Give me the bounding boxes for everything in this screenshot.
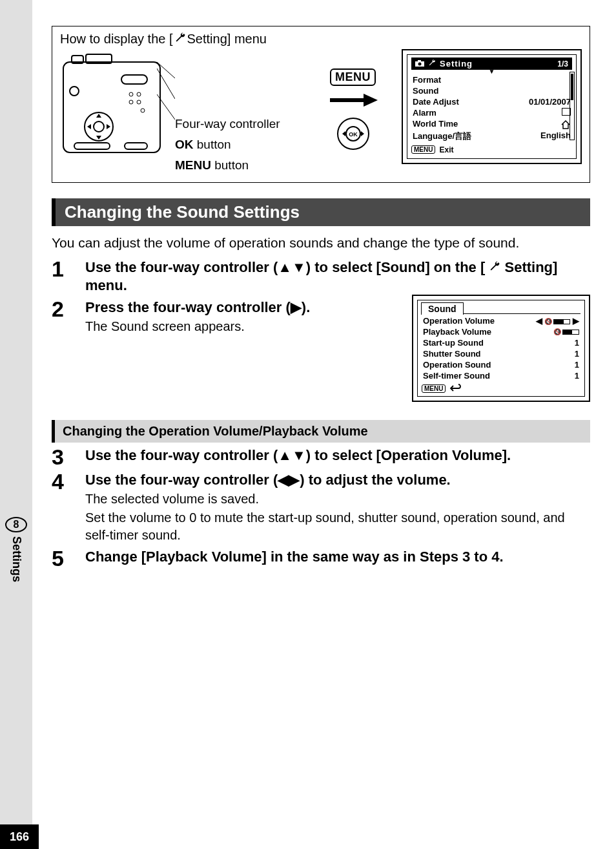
section-heading: Changing the Sound Settings — [52, 198, 590, 226]
sound-row: Operation Sound1 — [422, 359, 580, 370]
how-to-display-box: How to display the [ Setting] menu — [52, 26, 590, 183]
svg-point-8 — [129, 100, 133, 104]
menu-button-label: MENU button — [175, 155, 304, 176]
svg-point-7 — [137, 92, 141, 96]
step-number: 4 — [52, 471, 72, 544]
svg-rect-12 — [74, 143, 110, 149]
sound-row: Shutter Sound1 — [422, 348, 580, 359]
step-number: 1 — [52, 258, 72, 295]
step-2-subtext: The Sound screen appears. — [85, 318, 403, 335]
step-4-subtext-2: Set the volume to 0 to mute the start-up… — [85, 509, 590, 544]
step-number: 5 — [52, 548, 72, 569]
step-2-heading: Press the four-way controller (▶). — [85, 299, 403, 317]
lcd-row: World Time — [411, 118, 572, 130]
lcd-page-indicator: 1/3 — [557, 59, 568, 68]
flow-column: MENU OK — [316, 49, 390, 151]
step-3: 3 Use the four-way controller (▲▼) to se… — [52, 446, 590, 467]
svg-point-6 — [129, 92, 133, 96]
sound-row: Operation Volume ◀ 🔇 ▶ — [422, 315, 580, 326]
sub-heading: Changing the Operation Volume/Playback V… — [52, 420, 590, 443]
wrench-icon — [428, 59, 436, 68]
chapter-label: Settings — [10, 536, 23, 582]
step-4: 4 Use the four-way controller (◀▶) to ad… — [52, 471, 590, 544]
four-way-controller-label: Four-way controller — [175, 114, 304, 134]
sound-footer: MENU — [422, 384, 580, 393]
intro-paragraph: You can adjust the volume of operation s… — [52, 234, 590, 252]
arrow-icon — [327, 92, 379, 110]
back-arrow-icon — [449, 384, 461, 393]
lcd-exit-label: Exit — [439, 145, 453, 154]
lcd-row: Format — [411, 74, 572, 85]
ok-dpad-icon: OK — [336, 117, 370, 151]
svg-point-4 — [94, 121, 104, 132]
how-to-display-title: How to display the [ Setting] menu — [60, 32, 582, 47]
step-4-heading: Use the four-way controller (◀▶) to adju… — [85, 471, 590, 489]
svg-rect-22 — [418, 60, 421, 62]
lcd-row: Date Adjust01/01/2007 — [411, 96, 572, 107]
lcd-row: Alarm — [411, 107, 572, 118]
ok-button-label: OK button — [175, 134, 304, 155]
svg-rect-5 — [121, 75, 147, 84]
lcd-footer: MENU Exit — [411, 145, 572, 154]
lcd-title: Setting — [440, 59, 553, 68]
svg-rect-13 — [125, 143, 147, 149]
camera-icon — [415, 59, 424, 68]
sound-row: Playback Volume 🔇 — [422, 326, 580, 337]
wrench-icon — [489, 258, 500, 277]
svg-point-11 — [70, 87, 79, 96]
step-2: 2 Press the four-way controller (▶). The… — [52, 299, 590, 402]
sound-tab: Sound — [421, 302, 464, 315]
dropdown-arrow-icon: ▼ — [411, 69, 572, 74]
lcd-row: Language/言語English — [411, 130, 572, 143]
camera-labels: Four-way controller OK button MENU butto… — [175, 49, 304, 176]
title-suffix: Setting] menu — [187, 32, 267, 47]
lcd-scrollbar — [570, 72, 575, 140]
left-margin-strip — [0, 0, 32, 849]
step-5: 5 Change [Playback Volume] in the same w… — [52, 548, 590, 569]
sound-screen: Sound Operation Volume ◀ 🔇 ▶ Playback Vo… — [412, 295, 590, 402]
step-number: 3 — [52, 446, 72, 467]
svg-point-10 — [141, 109, 145, 112]
sound-row: Self-timer Sound1 — [422, 370, 580, 381]
camera-illustration — [60, 49, 163, 159]
step-4-subtext-1: The selected volume is saved. — [85, 490, 590, 508]
svg-point-9 — [137, 100, 141, 104]
step-1: 1 Use the four-way controller (▲▼) to se… — [52, 258, 590, 295]
chapter-number-badge: 8 — [5, 517, 27, 532]
menu-chip-small: MENU — [411, 145, 435, 154]
sound-row: Start-up Sound1 — [422, 337, 580, 348]
svg-text:OK: OK — [349, 131, 358, 138]
lcd-row: Sound — [411, 85, 572, 96]
step-number: 2 — [52, 299, 72, 402]
svg-point-23 — [418, 63, 422, 66]
lcd-setting-menu: Setting 1/3 ▼ Format Sound Date Adjust01… — [402, 49, 582, 164]
menu-chip-small: MENU — [422, 384, 446, 393]
step-5-heading: Change [Playback Volume] in the same way… — [85, 548, 590, 566]
title-prefix: How to display the [ — [60, 32, 173, 47]
wrench-icon — [174, 32, 186, 47]
page-content: 8 Settings How to display the [ Setting]… — [32, 0, 616, 849]
step-1-heading: Use the four-way controller (▲▼) to sele… — [85, 258, 590, 295]
step-3-heading: Use the four-way controller (▲▼) to sele… — [85, 446, 590, 465]
chapter-side-tab: 8 Settings — [0, 517, 32, 582]
menu-chip: MENU — [330, 68, 376, 86]
